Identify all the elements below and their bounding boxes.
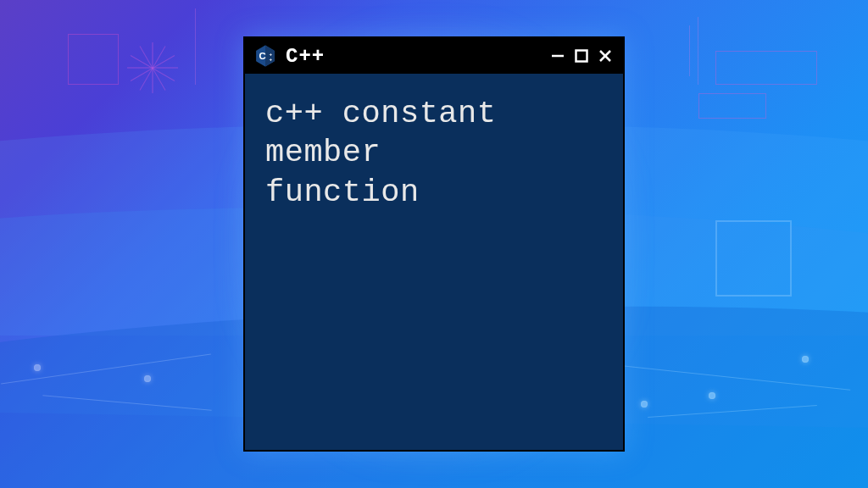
minimize-button[interactable] bbox=[548, 47, 567, 65]
maximize-button[interactable] bbox=[572, 47, 591, 65]
svg-rect-6 bbox=[576, 51, 587, 62]
window-controls bbox=[548, 47, 615, 65]
svg-text:+: + bbox=[269, 56, 272, 62]
terminal-content: c++ constant member function bbox=[245, 74, 623, 450]
window-title: C++ bbox=[286, 45, 540, 68]
close-button[interactable] bbox=[596, 47, 615, 65]
terminal-window: C + + C++ c++ constant member function bbox=[243, 36, 625, 452]
svg-text:C: C bbox=[259, 51, 265, 61]
titlebar[interactable]: C + + C++ bbox=[245, 38, 623, 74]
cpp-hexagon-icon: C + + bbox=[253, 44, 277, 68]
